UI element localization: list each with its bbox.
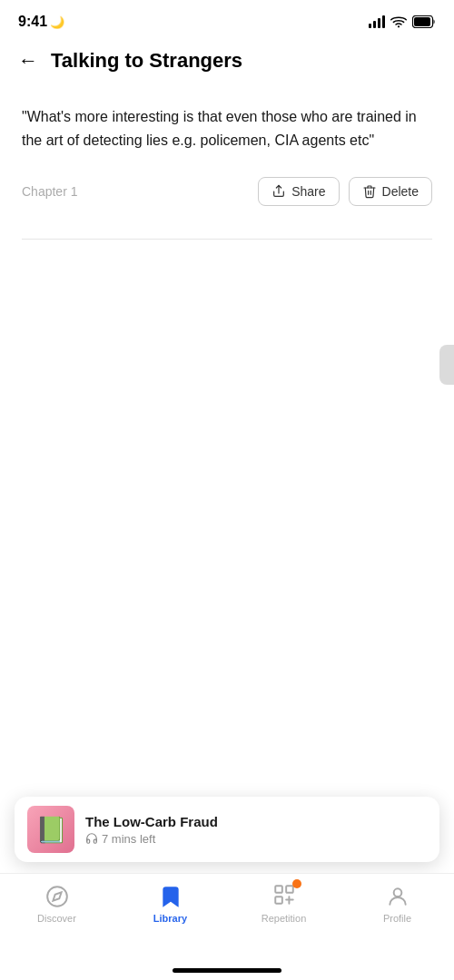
quote-meta: Chapter 1 Share Delete — [22, 177, 432, 206]
moon-icon: 🌙 — [50, 15, 64, 29]
content-area: "What's more interesting is that even th… — [0, 87, 454, 239]
chapter-label: Chapter 1 — [22, 184, 77, 199]
headphone-icon — [85, 832, 98, 845]
page-title: Talking to Strangers — [51, 49, 242, 73]
page-header: ← Talking to Strangers — [0, 40, 454, 87]
home-indicator — [173, 968, 281, 973]
nav-item-profile[interactable]: Profile — [340, 885, 454, 931]
svg-point-8 — [393, 888, 401, 897]
share-icon — [271, 184, 286, 199]
repetition-icon — [272, 885, 296, 908]
nav-label-profile: Profile — [383, 913, 411, 924]
repetition-badge — [292, 879, 301, 888]
battery-icon — [412, 15, 436, 28]
nav-label-repetition: Repetition — [262, 913, 307, 924]
mini-player-title: The Low-Carb Fraud — [85, 814, 427, 829]
nav-item-discover[interactable]: Discover — [0, 885, 114, 931]
back-button[interactable]: ← — [18, 49, 38, 73]
mini-player-subtitle: 7 mins left — [85, 832, 427, 846]
svg-rect-5 — [275, 886, 282, 893]
signal-icon — [369, 15, 385, 28]
profile-icon — [386, 885, 410, 908]
status-icons — [369, 15, 436, 28]
library-icon — [159, 885, 183, 908]
divider — [22, 239, 432, 240]
trash-icon — [362, 184, 377, 199]
svg-rect-7 — [275, 897, 282, 904]
quote-text: "What's more interesting is that even th… — [22, 105, 432, 152]
action-buttons: Share Delete — [258, 177, 432, 206]
svg-point-4 — [47, 887, 67, 906]
mini-player[interactable]: 📗 The Low-Carb Fraud 7 mins left — [15, 797, 439, 862]
mini-player-cover: 📗 — [27, 806, 74, 853]
wifi-icon — [390, 15, 407, 28]
share-button[interactable]: Share — [258, 177, 339, 206]
status-time: 9:41🌙 — [18, 14, 64, 30]
svg-rect-6 — [286, 886, 293, 893]
bottom-nav: Discover Library Repetition — [0, 873, 454, 980]
delete-button[interactable]: Delete — [349, 177, 432, 206]
nav-label-library: Library — [153, 913, 187, 924]
nav-item-repetition[interactable]: Repetition — [227, 885, 340, 931]
svg-point-0 — [398, 25, 400, 27]
svg-rect-2 — [414, 17, 430, 26]
nav-label-discover: Discover — [37, 913, 76, 924]
scroll-handle[interactable] — [439, 345, 454, 385]
nav-item-library[interactable]: Library — [114, 885, 227, 931]
discover-icon — [45, 885, 69, 908]
status-bar: 9:41🌙 — [0, 0, 454, 40]
mini-player-info: The Low-Carb Fraud 7 mins left — [85, 814, 427, 846]
